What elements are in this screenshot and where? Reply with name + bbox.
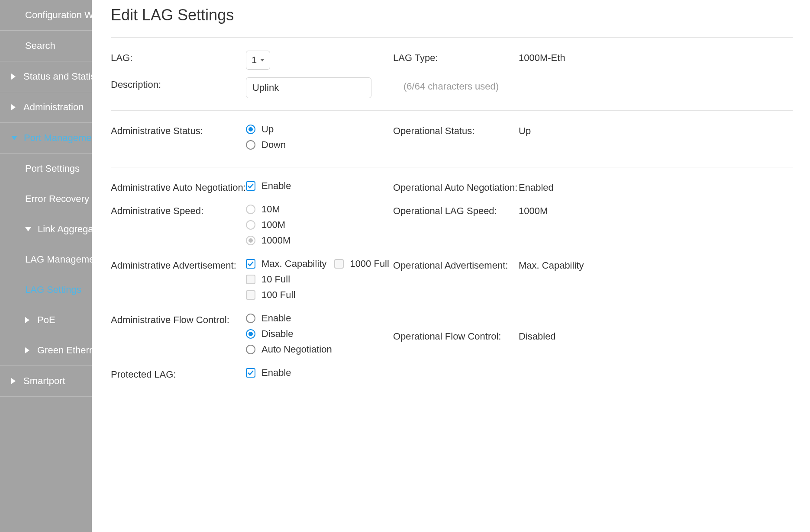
radio-icon bbox=[246, 314, 255, 323]
nav-label: Port Management bbox=[24, 132, 92, 144]
admin-auto-neg-enable[interactable]: Enable bbox=[246, 180, 393, 192]
chevron-right-icon bbox=[25, 347, 29, 353]
chevron-down-icon bbox=[260, 59, 265, 61]
nav-link-aggregation[interactable]: Link Aggregation bbox=[0, 214, 92, 244]
adv-1000-full[interactable]: 1000 Full bbox=[334, 258, 389, 269]
checkbox-icon bbox=[246, 275, 255, 284]
label-lag: LAG: bbox=[111, 50, 246, 64]
checkbox-icon bbox=[246, 290, 255, 300]
nav-green-ethernet[interactable]: Green Ethernet bbox=[0, 335, 92, 366]
option-label: Enable bbox=[261, 180, 291, 192]
page-title: Edit LAG Settings bbox=[111, 0, 793, 38]
nav-label: LAG Management bbox=[25, 254, 92, 265]
main-content: Edit LAG Settings LAG: 1 LAG Type: 1000M… bbox=[92, 0, 810, 532]
label-oper-adv: Operational Advertisement: bbox=[393, 257, 519, 271]
chevron-down-icon bbox=[11, 136, 17, 140]
radio-icon bbox=[246, 125, 255, 134]
nav-status[interactable]: Status and Statistics bbox=[0, 61, 92, 92]
checkbox-icon bbox=[246, 181, 255, 191]
value-oper-flow: Disabled bbox=[519, 312, 793, 342]
nav-lag-settings[interactable]: LAG Settings bbox=[0, 275, 92, 305]
radio-icon bbox=[246, 140, 255, 150]
nav-label: Administration bbox=[23, 102, 84, 113]
admin-speed-1000m[interactable]: 1000M bbox=[246, 235, 393, 246]
label-oper-flow: Operational Flow Control: bbox=[393, 312, 519, 342]
protected-lag-enable[interactable]: Enable bbox=[246, 367, 393, 378]
label-admin-status: Administrative Status: bbox=[111, 123, 246, 137]
option-label: 1000M bbox=[261, 235, 290, 246]
description-hint: (6/64 characters used) bbox=[393, 77, 499, 92]
checkbox-icon bbox=[334, 259, 344, 269]
value-oper-lag-speed: 1000M bbox=[519, 203, 793, 217]
nav-poe[interactable]: PoE bbox=[0, 305, 92, 335]
radio-icon bbox=[246, 329, 255, 339]
nav-label: Search bbox=[25, 40, 55, 51]
admin-status-up[interactable]: Up bbox=[246, 124, 393, 135]
nav-label: LAG Settings bbox=[25, 284, 81, 295]
nav-label: Link Aggregation bbox=[38, 224, 92, 235]
nav-administration[interactable]: Administration bbox=[0, 92, 92, 123]
option-label: Max. Capability bbox=[261, 258, 326, 269]
chevron-right-icon bbox=[25, 317, 29, 323]
radio-icon bbox=[246, 220, 255, 230]
label-admin-adv: Administrative Advertisement: bbox=[111, 257, 246, 271]
admin-speed-10m[interactable]: 10M bbox=[246, 204, 393, 215]
nav-search[interactable]: Search bbox=[0, 31, 92, 61]
option-label: Enable bbox=[261, 313, 291, 324]
label-admin-flow: Administrative Flow Control: bbox=[111, 312, 246, 326]
option-label: Auto Negotiation bbox=[261, 344, 332, 355]
admin-status-down[interactable]: Down bbox=[246, 139, 393, 151]
label-protected-lag: Protected LAG: bbox=[111, 366, 246, 380]
label-oper-auto-neg: Operational Auto Negotiation: bbox=[393, 179, 519, 193]
nav-configuration[interactable]: Configuration Wizards bbox=[0, 0, 92, 31]
flow-auto-negotiation[interactable]: Auto Negotiation bbox=[246, 344, 393, 355]
nav-label: Port Settings bbox=[25, 163, 80, 174]
lag-select-value: 1 bbox=[252, 54, 257, 66]
flow-disable[interactable]: Disable bbox=[246, 328, 393, 340]
label-admin-auto-neg: Administrative Auto Negotiation: bbox=[111, 179, 246, 193]
option-label: 10M bbox=[261, 204, 280, 215]
nav-lag-management[interactable]: LAG Management bbox=[0, 244, 92, 275]
value-oper-adv: Max. Capability bbox=[519, 257, 793, 271]
label-admin-speed: Administrative Speed: bbox=[111, 203, 246, 217]
label-oper-lag-speed: Operational LAG Speed: bbox=[393, 203, 519, 217]
flow-enable[interactable]: Enable bbox=[246, 313, 393, 324]
sidebar: Configuration Wizards Search Status and … bbox=[0, 0, 92, 532]
chevron-right-icon bbox=[11, 104, 16, 110]
lag-select[interactable]: 1 bbox=[246, 51, 270, 70]
value-oper-status: Up bbox=[519, 123, 793, 137]
nav-label: PoE bbox=[37, 314, 55, 326]
option-label: 10 Full bbox=[261, 274, 290, 285]
option-label: 100M bbox=[261, 219, 285, 231]
radio-icon bbox=[246, 205, 255, 214]
chevron-right-icon bbox=[11, 378, 16, 384]
option-label: 1000 Full bbox=[350, 258, 389, 269]
nav-label: Configuration Wizards bbox=[25, 10, 92, 21]
nav-label: Smartport bbox=[23, 375, 65, 387]
label-oper-status: Operational Status: bbox=[393, 123, 519, 137]
option-label: Disable bbox=[261, 328, 293, 340]
option-label: Down bbox=[261, 139, 286, 151]
chevron-down-icon bbox=[25, 227, 31, 231]
checkbox-icon bbox=[246, 259, 255, 269]
nav-port-settings[interactable]: Port Settings bbox=[0, 154, 92, 184]
option-label: Enable bbox=[261, 367, 291, 378]
description-input[interactable] bbox=[246, 77, 371, 98]
nav-label: Status and Statistics bbox=[23, 71, 92, 82]
adv-max-capability[interactable]: Max. Capability bbox=[246, 258, 326, 269]
radio-icon bbox=[246, 345, 255, 354]
option-label: 100 Full bbox=[261, 289, 295, 301]
nav-error-recovery[interactable]: Error Recovery Settings bbox=[0, 184, 92, 214]
adv-100-full[interactable]: 100 Full bbox=[246, 289, 393, 301]
option-label: Up bbox=[261, 124, 274, 135]
nav-label: Error Recovery Settings bbox=[25, 193, 92, 205]
chevron-right-icon bbox=[11, 74, 16, 80]
checkbox-icon bbox=[246, 368, 255, 378]
nav-smartport[interactable]: Smartport bbox=[0, 366, 92, 397]
label-description: Description: bbox=[111, 77, 246, 90]
admin-speed-100m[interactable]: 100M bbox=[246, 219, 393, 231]
radio-icon bbox=[246, 236, 255, 245]
nav-port-management[interactable]: Port Management bbox=[0, 123, 92, 154]
nav-label: Green Ethernet bbox=[37, 345, 92, 356]
adv-10-full[interactable]: 10 Full bbox=[246, 274, 393, 285]
